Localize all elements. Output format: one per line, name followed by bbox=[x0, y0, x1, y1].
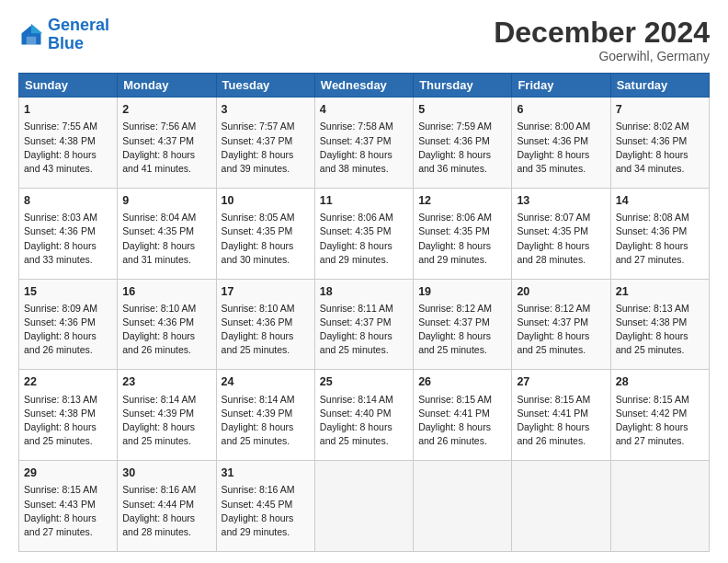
day-info-line: Sunrise: 8:15 AM bbox=[418, 394, 492, 405]
logo-text: General Blue bbox=[48, 17, 109, 53]
header-row: SundayMondayTuesdayWednesdayThursdayFrid… bbox=[19, 74, 710, 98]
day-info-line: Sunset: 4:36 PM bbox=[616, 225, 688, 236]
day-info-line: and 25 minutes. bbox=[320, 435, 389, 446]
header-day-sunday: Sunday bbox=[19, 74, 118, 98]
day-info-line: Sunrise: 8:05 AM bbox=[222, 212, 295, 223]
day-info-line: Sunrise: 7:58 AM bbox=[320, 121, 393, 132]
day-info-line: Sunrise: 8:02 AM bbox=[616, 121, 689, 132]
day-info-line: Daylight: 8 hours bbox=[320, 149, 392, 160]
day-info-line: and 26 minutes. bbox=[418, 435, 487, 446]
header: General Blue December 2024 Goerwihl, Ger… bbox=[18, 17, 710, 63]
day-number: 30 bbox=[122, 465, 210, 481]
day-number: 23 bbox=[122, 373, 210, 390]
day-info-line: Sunset: 4:36 PM bbox=[418, 135, 490, 146]
logo-line2: Blue bbox=[48, 34, 84, 52]
week-row-4: 22Sunrise: 8:13 AM Sunset: 4:38 PM Dayli… bbox=[19, 370, 710, 461]
day-info-line: Daylight: 8 hours bbox=[517, 149, 589, 160]
day-info-line: and 27 minutes. bbox=[24, 526, 93, 537]
day-info-line: Sunset: 4:41 PM bbox=[517, 408, 588, 419]
day-info-line: and 25 minutes. bbox=[418, 344, 487, 355]
day-info-line: and 25 minutes. bbox=[222, 344, 290, 355]
day-info-line: and 27 minutes. bbox=[616, 435, 685, 446]
day-number: 18 bbox=[320, 283, 408, 300]
day-info-line: Daylight: 8 hours bbox=[222, 240, 294, 251]
day-number: 28 bbox=[616, 373, 704, 390]
day-info-line: Sunset: 4:40 PM bbox=[320, 408, 392, 419]
day-info-line: Daylight: 8 hours bbox=[122, 240, 195, 251]
day-number: 13 bbox=[517, 192, 605, 209]
day-number: 7 bbox=[616, 101, 704, 118]
day-info-line: Daylight: 8 hours bbox=[24, 240, 97, 251]
day-info-line: Sunrise: 8:15 AM bbox=[616, 394, 689, 405]
day-info-line: Sunrise: 8:12 AM bbox=[517, 303, 590, 314]
calendar-cell: 16Sunrise: 8:10 AM Sunset: 4:36 PM Dayli… bbox=[118, 279, 216, 370]
calendar-cell: 6Sunrise: 8:00 AM Sunset: 4:36 PM Daylig… bbox=[512, 98, 610, 189]
day-info-line: Daylight: 8 hours bbox=[517, 421, 589, 432]
day-info-line: Sunrise: 8:11 AM bbox=[320, 303, 393, 314]
day-info-line: Sunrise: 8:04 AM bbox=[122, 212, 196, 223]
day-info-line: Daylight: 8 hours bbox=[122, 149, 195, 160]
day-info-line: Daylight: 8 hours bbox=[122, 330, 195, 341]
header-day-monday: Monday bbox=[118, 74, 216, 98]
day-info-line: Sunrise: 8:10 AM bbox=[122, 303, 196, 314]
day-info-line: and 39 minutes. bbox=[222, 163, 290, 174]
week-row-2: 8Sunrise: 8:03 AM Sunset: 4:36 PM Daylig… bbox=[19, 188, 710, 279]
day-info-line: Sunset: 4:38 PM bbox=[616, 316, 688, 327]
day-number: 27 bbox=[517, 373, 605, 390]
day-number: 25 bbox=[320, 373, 408, 390]
calendar-cell: 11Sunrise: 8:06 AM Sunset: 4:35 PM Dayli… bbox=[314, 188, 413, 279]
day-info-line: Sunset: 4:37 PM bbox=[320, 135, 392, 146]
day-info-line: Sunset: 4:35 PM bbox=[222, 225, 293, 236]
day-info-line: Sunrise: 8:14 AM bbox=[320, 394, 393, 405]
week-row-5: 29Sunrise: 8:15 AM Sunset: 4:43 PM Dayli… bbox=[19, 461, 710, 552]
day-info-line: Sunset: 4:36 PM bbox=[517, 135, 588, 146]
day-info-line: Daylight: 8 hours bbox=[222, 421, 294, 432]
day-info-line: Sunset: 4:38 PM bbox=[24, 135, 96, 146]
week-row-1: 1Sunrise: 7:55 AM Sunset: 4:38 PM Daylig… bbox=[19, 98, 710, 189]
day-info-line: Daylight: 8 hours bbox=[616, 330, 688, 341]
day-info-line: Daylight: 8 hours bbox=[222, 330, 294, 341]
day-info-line: Sunrise: 7:59 AM bbox=[418, 121, 492, 132]
page: General Blue December 2024 Goerwihl, Ger… bbox=[0, 0, 728, 563]
day-number: 3 bbox=[222, 101, 310, 118]
day-info-line: Sunset: 4:42 PM bbox=[616, 408, 688, 419]
calendar-cell: 25Sunrise: 8:14 AM Sunset: 4:40 PM Dayli… bbox=[314, 370, 413, 461]
day-info-line: and 38 minutes. bbox=[320, 163, 389, 174]
calendar-header: SundayMondayTuesdayWednesdayThursdayFrid… bbox=[19, 74, 710, 98]
header-day-wednesday: Wednesday bbox=[314, 74, 413, 98]
calendar-cell: 30Sunrise: 8:16 AM Sunset: 4:44 PM Dayli… bbox=[118, 461, 216, 552]
day-info-line: Sunrise: 8:08 AM bbox=[616, 212, 689, 223]
calendar-cell: 24Sunrise: 8:14 AM Sunset: 4:39 PM Dayli… bbox=[216, 370, 314, 461]
calendar-cell: 31Sunrise: 8:16 AM Sunset: 4:45 PM Dayli… bbox=[216, 461, 314, 552]
day-info-line: Sunrise: 8:07 AM bbox=[517, 212, 590, 223]
day-number: 2 bbox=[122, 101, 210, 118]
day-info-line: and 29 minutes. bbox=[320, 254, 389, 265]
day-number: 9 bbox=[122, 192, 210, 209]
day-info-line: Daylight: 8 hours bbox=[24, 330, 97, 341]
calendar-cell: 18Sunrise: 8:11 AM Sunset: 4:37 PM Dayli… bbox=[314, 279, 413, 370]
day-info-line: Sunset: 4:37 PM bbox=[320, 316, 392, 327]
day-number: 1 bbox=[24, 101, 112, 118]
day-info-line: Sunset: 4:39 PM bbox=[122, 408, 194, 419]
day-info-line: and 28 minutes. bbox=[122, 526, 191, 537]
day-number: 6 bbox=[517, 101, 605, 118]
day-info-line: Sunset: 4:37 PM bbox=[222, 135, 293, 146]
calendar-cell bbox=[314, 461, 413, 552]
day-info-line: Sunrise: 8:13 AM bbox=[616, 303, 689, 314]
day-info-line: Sunset: 4:35 PM bbox=[320, 225, 392, 236]
day-info-line: Daylight: 8 hours bbox=[616, 240, 688, 251]
day-info-line: Daylight: 8 hours bbox=[24, 512, 97, 523]
day-info-line: Sunset: 4:36 PM bbox=[122, 316, 194, 327]
day-number: 22 bbox=[24, 373, 112, 390]
day-info-line: Sunrise: 8:16 AM bbox=[122, 484, 196, 495]
day-info-line: Sunset: 4:44 PM bbox=[122, 499, 194, 510]
calendar-cell: 9Sunrise: 8:04 AM Sunset: 4:35 PM Daylig… bbox=[118, 188, 216, 279]
calendar-cell: 20Sunrise: 8:12 AM Sunset: 4:37 PM Dayli… bbox=[512, 279, 610, 370]
calendar-cell: 28Sunrise: 8:15 AM Sunset: 4:42 PM Dayli… bbox=[610, 370, 709, 461]
day-info-line: and 29 minutes. bbox=[418, 254, 487, 265]
day-info-line: and 41 minutes. bbox=[122, 163, 191, 174]
day-info-line: Sunset: 4:43 PM bbox=[24, 499, 96, 510]
calendar-cell bbox=[610, 461, 709, 552]
day-info-line: and 25 minutes. bbox=[616, 344, 685, 355]
calendar-cell: 3Sunrise: 7:57 AM Sunset: 4:37 PM Daylig… bbox=[216, 98, 314, 189]
